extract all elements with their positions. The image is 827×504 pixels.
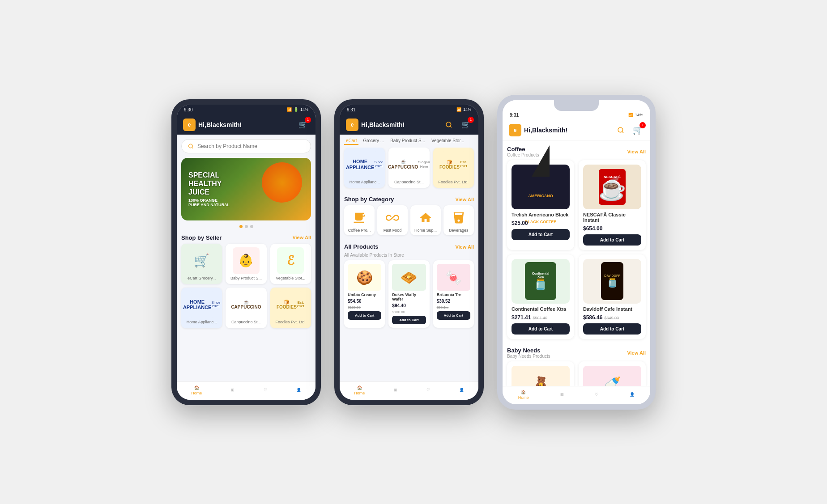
product-name-americano: Trelish Americano Black <box>512 212 570 217</box>
bottom-nav-1: 🏠 Home ⊞ ♡ 👤 <box>177 381 315 400</box>
search-button-3[interactable] <box>614 124 627 136</box>
category-title: Shop by Category <box>344 196 394 203</box>
nav-bar-3: e Hi,Blacksmith! 🛒 1 <box>503 120 650 140</box>
search-bar-1[interactable] <box>181 139 311 153</box>
baby-section-header: Baby Needs Baby Needs Products View All <box>503 343 650 361</box>
status-bar-2: 9:31 📶 14% <box>340 105 478 115</box>
logo-icon-2: e <box>346 119 358 131</box>
seller-title-1: Shop by Seller <box>181 234 222 241</box>
product-baby-1: 🧸 <box>507 361 574 386</box>
home-supply-icon <box>418 210 434 226</box>
nav-wishlist-2[interactable]: ♡ <box>426 388 430 393</box>
bottom-nav-2: 🏠 Home ⊞ ♡ 👤 <box>340 381 478 400</box>
add-cart-dukes[interactable]: Add to Cart <box>392 316 426 324</box>
product-unibic: 🍪 Unibic Creamy $54.50 $163.50 Add to Ca… <box>344 260 385 328</box>
add-cart-davidoff[interactable]: Add to Cart <box>583 323 641 335</box>
seller-view-all-1[interactable]: View All <box>292 235 311 240</box>
phone-1: 9:30 📶 🔋 14% e Hi,Blacksmith! 🛒 1 <box>171 99 321 405</box>
nav-wishlist-1[interactable]: ♡ <box>264 388 267 393</box>
banner-heading-1: SPECIALHEALTHYJUICE <box>188 171 230 197</box>
search-button-2[interactable] <box>443 119 455 131</box>
svg-point-0 <box>189 144 193 148</box>
nav-profile-2[interactable]: 👤 <box>459 388 464 393</box>
add-cart-americano[interactable]: Add to Cart <box>512 229 570 240</box>
banner-1: SPECIALHEALTHYJUICE 100% ORANGEPURE AND … <box>181 158 311 220</box>
category-beverages[interactable]: Beverages <box>443 205 474 235</box>
nav-home-label-3: Home <box>518 395 529 400</box>
product-baby-2: 🍼 <box>579 361 646 386</box>
product-name-dukes: Dukes Waffy Wafer <box>392 292 426 301</box>
seller-card-foodies-2[interactable]: 🍞FOODIESEst. 2021 Foodies Pvt. Ltd. <box>433 148 474 188</box>
add-cart-britannia[interactable]: Add to Cart <box>437 311 470 320</box>
nav-actions-2: 🛒 1 <box>443 119 472 131</box>
product-price-britannia: $30.52 <box>437 299 470 304</box>
category-view-all[interactable]: View All <box>455 197 474 202</box>
seller-card-home[interactable]: HOMEAPPLIANCESince 2021 Home Applianc... <box>181 288 222 328</box>
nav-profile-3[interactable]: 👤 <box>630 392 635 398</box>
profile-icon-1: 👤 <box>296 388 301 392</box>
logo-icon-1: e <box>183 119 196 131</box>
add-cart-unibic[interactable]: Add to Cart <box>348 311 381 320</box>
banner-text-1: SPECIALHEALTHYJUICE 100% ORANGEPURE AND … <box>188 171 230 208</box>
search-icon-nav-3 <box>617 127 624 134</box>
home-icon-2: 🏠 <box>357 385 362 390</box>
seller-logo-cappuccino: ☕CAPPUCCINO <box>233 291 260 318</box>
tab-grocery[interactable]: Grocery ... <box>361 137 386 145</box>
product-nescafe: NESCAFÉ ☕ NESCAFĀ Classic Instant $654.0… <box>579 160 646 250</box>
notch-3 <box>554 100 599 111</box>
seller-card-foodies[interactable]: 🍞FOODIESEst. 2021 Foodies Pvt. Ltd. <box>270 288 311 328</box>
seller-card-home-2[interactable]: HOMEAPPLIANCESince 2021 Home Applianc... <box>344 148 385 188</box>
nav-actions-3: 🛒 1 <box>614 124 644 136</box>
seller-card-cappuccino[interactable]: ☕CAPPUCCINO Cappuccino St... <box>226 288 266 328</box>
seller-card-ecart[interactable]: 🛒 eCart Grocery... <box>181 244 222 284</box>
cart-badge-1: 1 <box>305 117 311 123</box>
products-title: All Products <box>344 243 379 250</box>
product-img-nescafe: NESCAFÉ ☕ <box>583 165 641 209</box>
cart-button-3[interactable]: 🛒 1 <box>631 124 644 136</box>
category-fastfood[interactable]: Fast Food <box>377 205 408 235</box>
tab-baby[interactable]: Baby Product S... <box>388 137 427 145</box>
nav-home-3[interactable]: 🏠 Home <box>518 390 529 400</box>
add-cart-nescafe[interactable]: Add to Cart <box>583 234 641 246</box>
dot-3 <box>250 225 253 228</box>
tabs-row-2: eCart Grocery ... Baby Product S... Vege… <box>340 135 478 148</box>
baby-view-all[interactable]: View All <box>627 350 646 356</box>
seller-name-home: Home Applianc... <box>187 320 217 325</box>
product-price-continental: $271.41 <box>512 314 531 321</box>
coffee-products-grid: AMERICANOBLACK COFFEE Trelish Americano … <box>503 160 650 343</box>
nav-home-1[interactable]: 🏠 Home <box>191 385 202 395</box>
products-view-all[interactable]: View All <box>455 244 474 250</box>
nav-profile-1[interactable]: 👤 <box>296 388 301 393</box>
product-orig-davidoff: $649.00 <box>604 316 619 320</box>
baby-sub: Baby Needs Products <box>507 354 550 359</box>
seller-card-baby[interactable]: 👶 Baby Product S... <box>226 244 266 284</box>
nav-home-2[interactable]: 🏠 Home <box>354 385 365 395</box>
add-cart-continental[interactable]: Add to Cart <box>512 323 570 335</box>
nav-grid-3[interactable]: ⊞ <box>560 392 564 398</box>
category-home[interactable]: Home Sup... <box>410 205 441 235</box>
seller-card-veg[interactable]: ℰ Vegetable Stor... <box>270 244 311 284</box>
nav-wishlist-3[interactable]: ♡ <box>595 392 598 398</box>
category-coffee[interactable]: Coffee Pro... <box>344 205 375 235</box>
tab-ecart[interactable]: eCart <box>344 137 358 145</box>
cart-button-1[interactable]: 🛒 1 <box>297 119 309 131</box>
time-3: 9:31 <box>510 113 519 118</box>
product-name-unibic: Unibic Creamy <box>348 292 381 297</box>
nav-grid-1[interactable]: ⊞ <box>231 388 234 393</box>
tab-veg[interactable]: Vegetable Stor... <box>430 137 466 145</box>
seller-logo-cappuccino-2: ☕CAPPUCCINOSlogan Here <box>396 151 422 178</box>
product-continental: ContinentalXtra 🫙 Continental Coffee Xtr… <box>507 254 574 339</box>
product-orig-unibic: $163.50 <box>348 305 381 309</box>
search-icon-1 <box>188 143 194 149</box>
cart-button-2[interactable]: 🛒 1 <box>460 119 472 131</box>
coffee-view-all[interactable]: View All <box>627 149 646 154</box>
status-icons-1: 📶 🔋 14% <box>287 107 308 112</box>
profile-icon-3: 👤 <box>630 392 635 397</box>
seller-name-ecart: eCart Grocery... <box>188 276 216 281</box>
greeting-3: Hi,Blacksmith! <box>524 127 567 134</box>
seller-card-cappuccino-2[interactable]: ☕CAPPUCCINOSlogan Here Cappuccino St... <box>388 148 429 188</box>
search-input-1[interactable] <box>197 143 304 149</box>
nav-grid-2[interactable]: ⊞ <box>394 388 397 393</box>
product-davidoff: DAVIDOFF 🫙 Davidoff Cafe Instant $586.46… <box>579 254 646 339</box>
seller-name-veg: Vegetable Stor... <box>276 276 305 281</box>
